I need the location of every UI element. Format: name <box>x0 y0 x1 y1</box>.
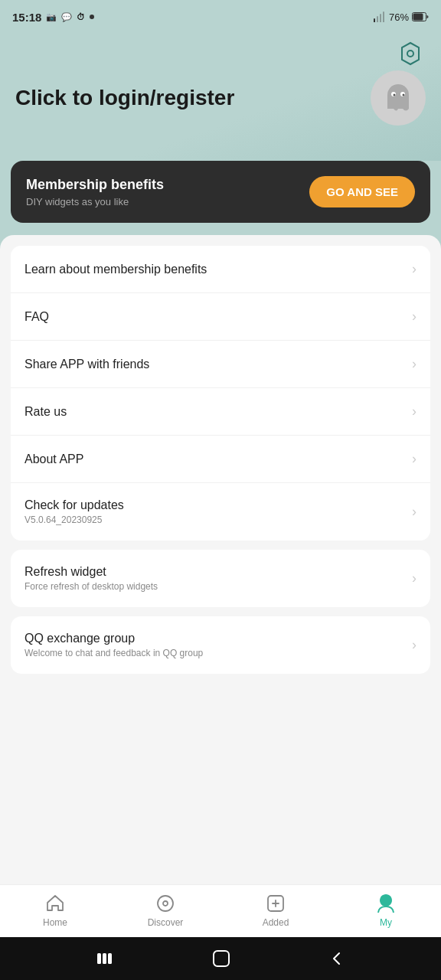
menu-item-faq[interactable]: FAQ › <box>11 293 430 341</box>
chevron-icon: › <box>412 637 416 653</box>
nav-label-my: My <box>380 917 392 928</box>
menu-section-1: Learn about membership benefits › FAQ › … <box>11 246 430 541</box>
membership-subtitle: DIY widgets as you like <box>26 196 164 207</box>
discover-icon <box>155 893 176 914</box>
svg-point-7 <box>407 51 413 57</box>
chevron-icon: › <box>412 403 416 420</box>
added-icon <box>265 893 286 914</box>
nav-item-my[interactable]: My <box>331 893 441 928</box>
svg-point-15 <box>163 901 168 906</box>
svg-marker-6 <box>402 43 419 64</box>
chevron-icon: › <box>412 570 416 586</box>
nav-item-home[interactable]: Home <box>0 893 110 928</box>
svg-rect-20 <box>103 953 106 964</box>
svg-rect-19 <box>97 953 101 964</box>
nav-item-discover[interactable]: Discover <box>110 893 220 928</box>
nav-item-added[interactable]: Added <box>220 893 331 928</box>
membership-card[interactable]: Membership benefits DIY widgets as you l… <box>11 161 430 223</box>
battery-text: 76% <box>389 11 409 23</box>
chevron-icon: › <box>412 356 416 372</box>
bottom-nav: Home Discover Added <box>0 884 441 937</box>
svg-rect-21 <box>108 953 112 964</box>
home-icon <box>44 893 66 914</box>
login-text: Click to login/register <box>15 86 371 110</box>
chevron-icon: › <box>412 451 416 467</box>
system-nav <box>0 937 441 980</box>
menu-item-qq-group[interactable]: QQ exchange group Welcome to chat and fe… <box>11 616 430 674</box>
my-icon <box>375 893 397 914</box>
nav-label-home: Home <box>43 917 67 928</box>
system-back-button[interactable] <box>328 950 345 967</box>
header-area: Click to login/register <box>0 31 441 161</box>
svg-point-14 <box>158 896 173 911</box>
system-home-button[interactable] <box>213 950 230 967</box>
nav-label-discover: Discover <box>148 917 184 928</box>
avatar[interactable] <box>371 70 426 126</box>
svg-rect-5 <box>413 14 423 21</box>
login-row[interactable]: Click to login/register <box>15 70 426 126</box>
nav-label-added: Added <box>263 917 289 928</box>
menu-item-share[interactable]: Share APP with friends › <box>11 341 430 388</box>
menu-item-membership-benefits[interactable]: Learn about membership benefits › <box>11 246 430 293</box>
svg-point-12 <box>394 94 396 96</box>
settings-button[interactable] <box>395 38 426 69</box>
chevron-icon: › <box>412 261 416 277</box>
status-icons: 76% <box>374 11 429 23</box>
chevron-icon: › <box>412 504 416 520</box>
menu-section-2: Refresh widget Force refresh of desktop … <box>11 550 430 607</box>
status-time: 15:18 📷 💬 ⏱ <box>12 11 94 24</box>
status-bar: 15:18 📷 💬 ⏱ 76% <box>0 0 441 31</box>
menu-item-about[interactable]: About APP › <box>11 436 430 483</box>
membership-title: Membership benefits <box>26 177 164 193</box>
go-see-button[interactable]: GO AND SEE <box>309 176 415 207</box>
main-card: Learn about membership benefits › FAQ › … <box>0 235 441 884</box>
svg-point-13 <box>403 94 405 96</box>
svg-rect-9 <box>387 95 409 109</box>
menu-item-refresh-widget[interactable]: Refresh widget Force refresh of desktop … <box>11 550 430 607</box>
system-menu-button[interactable] <box>96 952 114 965</box>
membership-text: Membership benefits DIY widgets as you l… <box>26 177 164 207</box>
menu-item-updates[interactable]: Check for updates V5.0.64_20230925 › <box>11 483 430 541</box>
chevron-icon: › <box>412 309 416 325</box>
menu-item-rate[interactable]: Rate us › <box>11 388 430 436</box>
svg-rect-22 <box>214 951 229 966</box>
menu-section-3: QQ exchange group Welcome to chat and fe… <box>11 616 430 674</box>
